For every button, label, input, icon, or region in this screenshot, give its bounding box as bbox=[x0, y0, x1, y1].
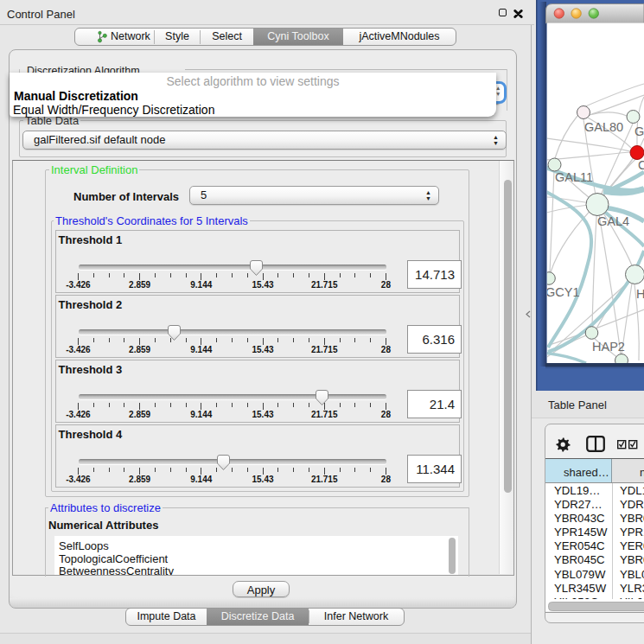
svg-text:GAL80: GAL80 bbox=[584, 120, 623, 134]
svg-text:H: H bbox=[636, 287, 644, 301]
svg-text:CA: CA bbox=[638, 158, 644, 172]
svg-text:GCY1: GCY1 bbox=[545, 285, 580, 299]
svg-text:GAL4: GAL4 bbox=[597, 214, 629, 228]
svg-text:GAL11: GAL11 bbox=[555, 170, 593, 184]
svg-text:HAP2: HAP2 bbox=[592, 340, 625, 354]
svg-text:GA: GA bbox=[634, 124, 644, 138]
